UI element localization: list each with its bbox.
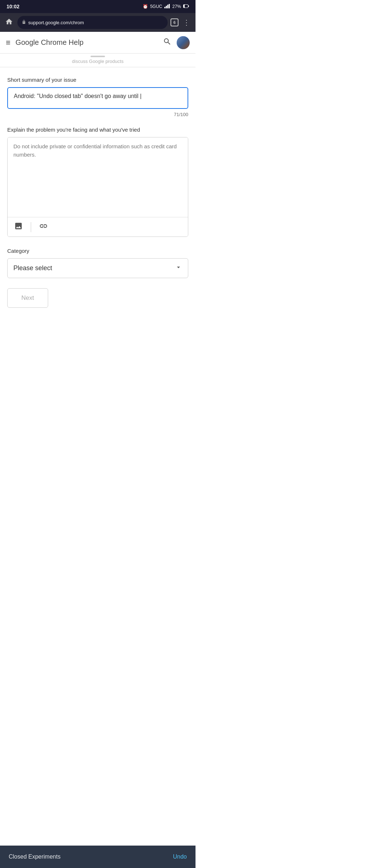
browser-menu-button[interactable]: ⋮: [181, 17, 192, 28]
avatar-image: [177, 36, 190, 49]
avatar[interactable]: [177, 36, 190, 49]
svg-rect-6: [188, 5, 189, 7]
char-count: 71/100: [7, 112, 188, 117]
network-label: 5GUC: [150, 4, 162, 9]
lock-icon: [22, 20, 26, 26]
hamburger-menu-button[interactable]: ≡: [6, 38, 10, 47]
scroll-hint-area: discuss Google products: [0, 54, 196, 67]
describe-label: Explain the problem you're facing and wh…: [7, 126, 188, 133]
describe-textarea-wrap: [7, 137, 188, 237]
next-section: Next: [7, 288, 188, 308]
url-bar[interactable]: support.google.com/chrom: [17, 16, 168, 29]
toolbar-divider: [31, 222, 31, 232]
status-time: 10:02: [7, 4, 20, 9]
chevron-down-icon: [175, 264, 182, 273]
svg-rect-2: [167, 5, 168, 8]
status-right: ⏰ 5GUC 27%: [143, 4, 189, 9]
summary-input[interactable]: Android: "Undo closed tab" doesn't go aw…: [7, 87, 188, 109]
page-header: ≡ Google Chrome Help: [0, 32, 196, 54]
svg-rect-1: [166, 6, 167, 8]
category-section: Category Please select: [7, 247, 188, 278]
signal-icon: [164, 4, 170, 9]
link-attach-button[interactable]: [38, 221, 49, 233]
alarm-icon: ⏰: [143, 4, 148, 9]
category-placeholder: Please select: [13, 264, 175, 272]
summary-section: Short summary of your issue Android: "Un…: [7, 76, 188, 117]
home-button[interactable]: [4, 16, 14, 29]
summary-label: Short summary of your issue: [7, 76, 188, 84]
category-select[interactable]: Please select: [7, 258, 188, 278]
url-text: support.google.com/chrom: [28, 20, 84, 25]
svg-rect-0: [164, 7, 165, 8]
scroll-indicator: [91, 56, 105, 57]
form-area: Short summary of your issue Android: "Un…: [0, 67, 196, 345]
search-button[interactable]: [163, 37, 172, 48]
image-attach-button[interactable]: [13, 221, 24, 233]
textarea-toolbar: [8, 217, 188, 237]
category-label: Category: [7, 247, 188, 255]
scroll-hint-text: discuss Google products: [72, 59, 123, 64]
battery-icon: [183, 4, 189, 9]
tab-count[interactable]: 6: [171, 18, 178, 26]
describe-section: Explain the problem you're facing and wh…: [7, 126, 188, 237]
page-title: Google Chrome Help: [16, 38, 158, 47]
svg-rect-5: [184, 5, 185, 8]
next-button[interactable]: Next: [7, 288, 48, 308]
describe-textarea[interactable]: [8, 137, 188, 217]
browser-bar: support.google.com/chrom 6 ⋮: [0, 13, 196, 32]
status-bar: 10:02 ⏰ 5GUC 27%: [0, 0, 196, 13]
battery-label: 27%: [172, 4, 181, 9]
svg-rect-3: [169, 4, 170, 8]
